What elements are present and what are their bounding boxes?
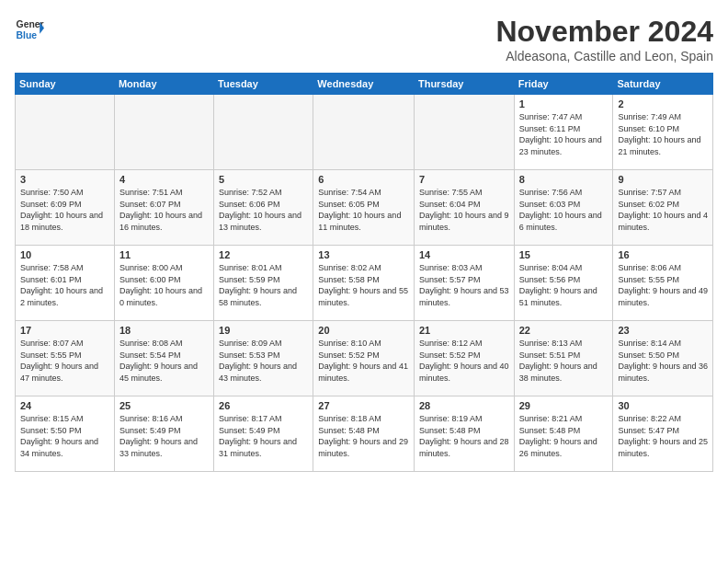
day-info-15: Sunrise: 8:04 AM Sunset: 5:56 PM Dayligh… (519, 262, 609, 308)
day-number-30: 30 (618, 400, 708, 411)
day-info-12: Sunrise: 8:01 AM Sunset: 5:59 PM Dayligh… (219, 262, 308, 308)
week-row-0: 1Sunrise: 7:47 AM Sunset: 6:11 PM Daylig… (16, 95, 713, 170)
day-info-14: Sunrise: 8:03 AM Sunset: 5:57 PM Dayligh… (419, 262, 509, 308)
day-cell-23: 23Sunrise: 8:14 AM Sunset: 5:50 PM Dayli… (613, 321, 713, 396)
day-number-23: 23 (618, 325, 708, 336)
col-header-friday: Friday (514, 74, 613, 95)
day-cell-1: 1Sunrise: 7:47 AM Sunset: 6:11 PM Daylig… (514, 95, 613, 170)
empty-cell (114, 95, 213, 170)
day-cell-17: 17Sunrise: 8:07 AM Sunset: 5:55 PM Dayli… (16, 321, 115, 396)
week-row-2: 10Sunrise: 7:58 AM Sunset: 6:01 PM Dayli… (16, 246, 713, 321)
day-info-22: Sunrise: 8:13 AM Sunset: 5:51 PM Dayligh… (519, 338, 609, 384)
day-info-27: Sunrise: 8:18 AM Sunset: 5:48 PM Dayligh… (318, 413, 409, 459)
day-number-26: 26 (219, 400, 308, 411)
day-cell-14: 14Sunrise: 8:03 AM Sunset: 5:57 PM Dayli… (414, 246, 514, 321)
calendar: SundayMondayTuesdayWednesdayThursdayFrid… (15, 73, 713, 472)
day-cell-3: 3Sunrise: 7:50 AM Sunset: 6:09 PM Daylig… (16, 170, 115, 246)
day-info-19: Sunrise: 8:09 AM Sunset: 5:53 PM Dayligh… (219, 338, 308, 384)
day-number-7: 7 (419, 174, 509, 185)
day-number-21: 21 (419, 325, 509, 336)
day-info-11: Sunrise: 8:00 AM Sunset: 6:00 PM Dayligh… (119, 262, 209, 308)
day-cell-13: 13Sunrise: 8:02 AM Sunset: 5:58 PM Dayli… (313, 246, 415, 321)
day-info-5: Sunrise: 7:52 AM Sunset: 6:06 PM Dayligh… (219, 187, 308, 233)
day-info-2: Sunrise: 7:49 AM Sunset: 6:10 PM Dayligh… (618, 111, 708, 157)
calendar-header-row: SundayMondayTuesdayWednesdayThursdayFrid… (16, 74, 713, 95)
day-info-4: Sunrise: 7:51 AM Sunset: 6:07 PM Dayligh… (119, 187, 209, 233)
day-cell-29: 29Sunrise: 8:21 AM Sunset: 5:48 PM Dayli… (514, 396, 613, 472)
day-info-7: Sunrise: 7:55 AM Sunset: 6:04 PM Dayligh… (419, 187, 509, 233)
day-number-8: 8 (519, 174, 609, 185)
day-cell-21: 21Sunrise: 8:12 AM Sunset: 5:52 PM Dayli… (414, 321, 514, 396)
day-number-16: 16 (618, 249, 708, 260)
day-number-14: 14 (419, 249, 509, 260)
col-header-thursday: Thursday (414, 74, 514, 95)
day-info-30: Sunrise: 8:22 AM Sunset: 5:47 PM Dayligh… (618, 413, 708, 459)
day-cell-15: 15Sunrise: 8:04 AM Sunset: 5:56 PM Dayli… (514, 246, 613, 321)
day-cell-4: 4Sunrise: 7:51 AM Sunset: 6:07 PM Daylig… (114, 170, 213, 246)
day-number-3: 3 (20, 174, 109, 185)
day-number-18: 18 (119, 325, 209, 336)
day-number-11: 11 (119, 249, 209, 260)
day-number-25: 25 (119, 400, 209, 411)
day-number-20: 20 (318, 325, 409, 336)
title-block: November 2024 Aldeasona, Castille and Le… (495, 15, 713, 63)
day-cell-11: 11Sunrise: 8:00 AM Sunset: 6:00 PM Dayli… (114, 246, 213, 321)
day-info-3: Sunrise: 7:50 AM Sunset: 6:09 PM Dayligh… (20, 187, 109, 233)
day-info-28: Sunrise: 8:19 AM Sunset: 5:48 PM Dayligh… (419, 413, 509, 459)
day-cell-5: 5Sunrise: 7:52 AM Sunset: 6:06 PM Daylig… (214, 170, 313, 246)
day-cell-8: 8Sunrise: 7:56 AM Sunset: 6:03 PM Daylig… (514, 170, 613, 246)
day-number-10: 10 (20, 249, 109, 260)
day-cell-28: 28Sunrise: 8:19 AM Sunset: 5:48 PM Dayli… (414, 396, 514, 472)
day-info-17: Sunrise: 8:07 AM Sunset: 5:55 PM Dayligh… (20, 338, 109, 384)
day-info-16: Sunrise: 8:06 AM Sunset: 5:55 PM Dayligh… (618, 262, 708, 308)
day-info-25: Sunrise: 8:16 AM Sunset: 5:49 PM Dayligh… (119, 413, 209, 459)
day-cell-12: 12Sunrise: 8:01 AM Sunset: 5:59 PM Dayli… (214, 246, 313, 321)
day-cell-30: 30Sunrise: 8:22 AM Sunset: 5:47 PM Dayli… (613, 396, 713, 472)
day-number-9: 9 (618, 174, 708, 185)
svg-text:Blue: Blue (17, 30, 38, 40)
col-header-tuesday: Tuesday (214, 74, 313, 95)
week-row-4: 24Sunrise: 8:15 AM Sunset: 5:50 PM Dayli… (16, 396, 713, 472)
empty-cell (313, 95, 415, 170)
day-number-19: 19 (219, 325, 308, 336)
week-row-1: 3Sunrise: 7:50 AM Sunset: 6:09 PM Daylig… (16, 170, 713, 246)
day-cell-10: 10Sunrise: 7:58 AM Sunset: 6:01 PM Dayli… (16, 246, 115, 321)
day-info-1: Sunrise: 7:47 AM Sunset: 6:11 PM Dayligh… (519, 111, 609, 157)
day-number-22: 22 (519, 325, 609, 336)
day-info-6: Sunrise: 7:54 AM Sunset: 6:05 PM Dayligh… (318, 187, 409, 233)
day-info-29: Sunrise: 8:21 AM Sunset: 5:48 PM Dayligh… (519, 413, 609, 459)
day-cell-19: 19Sunrise: 8:09 AM Sunset: 5:53 PM Dayli… (214, 321, 313, 396)
col-header-wednesday: Wednesday (313, 74, 415, 95)
empty-cell (414, 95, 514, 170)
day-info-23: Sunrise: 8:14 AM Sunset: 5:50 PM Dayligh… (618, 338, 708, 384)
week-row-3: 17Sunrise: 8:07 AM Sunset: 5:55 PM Dayli… (16, 321, 713, 396)
day-cell-9: 9Sunrise: 7:57 AM Sunset: 6:02 PM Daylig… (613, 170, 713, 246)
header: General Blue November 2024 Aldeasona, Ca… (15, 15, 713, 63)
day-number-13: 13 (318, 249, 409, 260)
day-cell-22: 22Sunrise: 8:13 AM Sunset: 5:51 PM Dayli… (514, 321, 613, 396)
day-info-24: Sunrise: 8:15 AM Sunset: 5:50 PM Dayligh… (20, 413, 109, 459)
day-cell-27: 27Sunrise: 8:18 AM Sunset: 5:48 PM Dayli… (313, 396, 415, 472)
day-info-21: Sunrise: 8:12 AM Sunset: 5:52 PM Dayligh… (419, 338, 509, 384)
day-cell-16: 16Sunrise: 8:06 AM Sunset: 5:55 PM Dayli… (613, 246, 713, 321)
page: General Blue November 2024 Aldeasona, Ca… (0, 0, 728, 563)
col-header-sunday: Sunday (16, 74, 115, 95)
day-number-5: 5 (219, 174, 308, 185)
day-info-26: Sunrise: 8:17 AM Sunset: 5:49 PM Dayligh… (219, 413, 308, 459)
day-number-15: 15 (519, 249, 609, 260)
logo: General Blue (15, 15, 44, 44)
month-title: November 2024 (495, 15, 713, 49)
day-cell-25: 25Sunrise: 8:16 AM Sunset: 5:49 PM Dayli… (114, 396, 213, 472)
day-info-10: Sunrise: 7:58 AM Sunset: 6:01 PM Dayligh… (20, 262, 109, 308)
day-info-9: Sunrise: 7:57 AM Sunset: 6:02 PM Dayligh… (618, 187, 708, 233)
day-number-17: 17 (20, 325, 109, 336)
day-number-6: 6 (318, 174, 409, 185)
day-cell-18: 18Sunrise: 8:08 AM Sunset: 5:54 PM Dayli… (114, 321, 213, 396)
day-number-28: 28 (419, 400, 509, 411)
col-header-saturday: Saturday (613, 74, 713, 95)
day-number-4: 4 (119, 174, 209, 185)
day-number-12: 12 (219, 249, 308, 260)
day-number-29: 29 (519, 400, 609, 411)
subtitle: Aldeasona, Castille and Leon, Spain (495, 49, 713, 63)
day-number-27: 27 (318, 400, 409, 411)
